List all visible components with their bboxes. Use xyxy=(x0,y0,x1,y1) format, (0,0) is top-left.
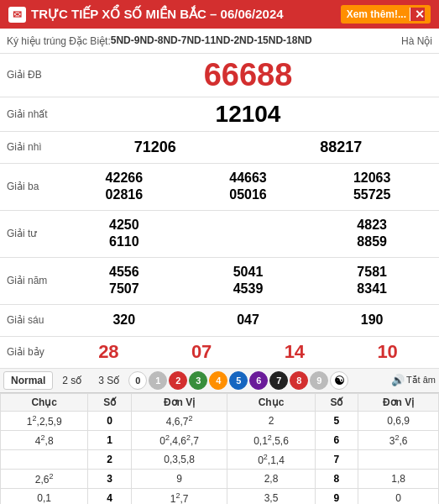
bottom-table: Chục Số Đơn Vị Chục Số Đơn Vị 12,2,5,9 0… xyxy=(0,393,439,504)
tab-3so[interactable]: 3 Số xyxy=(91,371,127,390)
cell-so1: 0 xyxy=(88,411,132,430)
giai-db-values: 66688 xyxy=(57,54,439,97)
cell-donvi1: 12,7 xyxy=(131,488,227,504)
giai-nam-2: 5041 xyxy=(188,265,309,280)
header-left: ✉ TRỰC TIẾP XỔ SỐ MIỀN BẮC – 06/06/2024 xyxy=(8,7,284,23)
cell-donvi2: 1,8 xyxy=(358,469,439,488)
header: ✉ TRỰC TIẾP XỔ SỐ MIỀN BẮC – 06/06/2024 … xyxy=(0,0,439,29)
giai-nam-label: Giải năm xyxy=(0,258,57,304)
table-row: 42,8 1 02,4,62,7 0,12,5,6 6 32,6 xyxy=(1,430,439,449)
giai-nhi-label: Giải nhì xyxy=(0,132,57,163)
tab-circle-7[interactable]: 7 xyxy=(269,371,288,390)
col-donvi2: Đơn Vị xyxy=(358,393,439,411)
cell-so1: 1 xyxy=(88,430,132,449)
tab-circle-4[interactable]: 4 xyxy=(209,371,227,390)
giai-bay-4: 10 xyxy=(342,341,432,363)
giai-ba-4: 02816 xyxy=(64,187,185,202)
giai-sau-values: 320 047 190 xyxy=(57,309,439,331)
tab-circle-1[interactable]: 1 xyxy=(149,371,167,390)
tabs-row: Normal 2 số 3 Số 0 1 2 3 4 5 6 7 8 9 ☯ 🔊… xyxy=(0,369,439,393)
tab-circle-8[interactable]: 8 xyxy=(290,371,308,390)
giai-ba-3: 12063 xyxy=(311,171,432,186)
cell-donvi2 xyxy=(358,449,439,469)
giai-nhi-1: 71206 xyxy=(134,139,176,156)
tab-circle-0[interactable]: 0 xyxy=(128,371,147,390)
cell-chuc2: 3,5 xyxy=(227,488,315,504)
tab-2so[interactable]: 2 số xyxy=(55,371,89,390)
xemthem-label: Xem thêm!... xyxy=(347,8,406,20)
cell-donvi1: 02,4,62,7 xyxy=(131,430,227,449)
col-chuc2: Chục xyxy=(227,393,315,411)
giai-bay-3: 14 xyxy=(250,341,340,363)
xemthem-button[interactable]: Xem thêm!... ✕ xyxy=(341,5,431,24)
header-title: TRỰC TIẾP XỔ SỐ MIỀN BẮC – 06/06/2024 xyxy=(31,7,284,22)
giai-ba-label: Giải ba xyxy=(0,164,57,210)
giai-tu-6: 8859 xyxy=(311,234,432,249)
giai-nhat-values: 12104 xyxy=(57,97,439,131)
giai-sau-3: 190 xyxy=(311,312,432,328)
ky-hieu-value: 5ND-9ND-8ND-7ND-11ND-2ND-15ND-18ND xyxy=(111,34,390,48)
giai-db-label: Giải ĐB xyxy=(0,54,57,97)
cell-donvi2: 0 xyxy=(358,488,439,504)
giai-ba-1: 42266 xyxy=(64,171,185,186)
cell-chuc1: 0,1 xyxy=(1,488,88,504)
cell-chuc2: 2,8 xyxy=(227,469,315,488)
giai-bay-label: Giải bảy xyxy=(0,337,57,368)
tab-circle-9[interactable]: 9 xyxy=(310,371,328,390)
giai-nam-3: 7581 xyxy=(311,265,432,280)
giai-sau-2: 047 xyxy=(188,312,309,328)
cell-chuc1: 12,2,5,9 xyxy=(1,411,88,430)
giai-tu-1: 4250 xyxy=(64,218,185,233)
col-so1: Số xyxy=(88,393,132,411)
giai-ba-6: 55725 xyxy=(311,187,432,202)
giai-nhat-label: Giải nhất xyxy=(0,97,57,131)
cell-so1: 2 xyxy=(88,449,132,469)
tab-yinyang[interactable]: ☯ xyxy=(330,371,348,390)
giai-nhat-row: Giải nhất 12104 xyxy=(0,97,439,132)
tatam-label: Tắt âm xyxy=(406,375,436,386)
giai-tu-3: 4823 xyxy=(311,218,432,233)
giai-nhat-number: 12104 xyxy=(216,101,281,128)
giai-nhi-values: 71206 88217 xyxy=(57,135,439,160)
giai-nam-4: 7507 xyxy=(64,281,185,297)
envelope-icon: ✉ xyxy=(8,7,26,23)
tatam-button[interactable]: 🔊 Tắt âm xyxy=(391,374,436,386)
giai-nam-row: Giải năm 4556 5041 7581 7507 4539 8341 xyxy=(0,258,439,305)
giai-sau-row: Giải sáu 320 047 190 xyxy=(0,305,439,337)
cell-chuc2: 0,12,5,6 xyxy=(227,430,315,449)
giai-bay-row: Giải bảy 28 07 14 10 xyxy=(0,337,439,369)
giai-nhi-row: Giải nhì 71206 88217 xyxy=(0,132,439,164)
giai-tu-row: Giải tư 4250 4823 6110 8859 xyxy=(0,211,439,258)
giai-nam-values: 4556 5041 7581 7507 4539 8341 xyxy=(57,261,439,300)
ky-hieu-row: Ký hiệu trúng Đặc Biệt: 5ND-9ND-8ND-7ND-… xyxy=(0,29,439,54)
giai-ba-row: Giải ba 42266 44663 12063 02816 05016 55… xyxy=(0,164,439,211)
table-row: 2 0,3,5,8 02,1,4 7 xyxy=(1,449,439,469)
giai-bay-2: 07 xyxy=(157,341,247,363)
table-row: 12,2,5,9 0 4,6,72 2 5 0,6,9 xyxy=(1,411,439,430)
col-so2: Số xyxy=(315,393,358,411)
giai-bay-1: 28 xyxy=(64,341,154,363)
giai-nam-6: 8341 xyxy=(311,281,432,297)
close-icon: ✕ xyxy=(410,8,425,21)
giai-nam-1: 4556 xyxy=(64,265,185,280)
cell-so2: 5 xyxy=(315,411,358,430)
cell-chuc1: 2,62 xyxy=(1,469,88,488)
table-row: 2,62 3 9 2,8 8 1,8 xyxy=(1,469,439,488)
cell-so2: 7 xyxy=(315,449,358,469)
cell-donvi2: 0,6,9 xyxy=(358,411,439,430)
tab-circle-5[interactable]: 5 xyxy=(229,371,248,390)
giai-tu-label: Giải tư xyxy=(0,211,57,257)
cell-chuc2: 2 xyxy=(227,411,315,430)
giai-sau-1: 320 xyxy=(64,312,185,328)
cell-donvi1: 0,3,5,8 xyxy=(131,449,227,469)
tab-circle-2[interactable]: 2 xyxy=(169,371,187,390)
tab-circle-3[interactable]: 3 xyxy=(189,371,207,390)
sound-icon: 🔊 xyxy=(391,374,405,386)
tab-circle-6[interactable]: 6 xyxy=(249,371,268,390)
tab-normal[interactable]: Normal xyxy=(3,371,53,390)
giai-tu-values: 4250 4823 6110 8859 xyxy=(57,214,439,253)
cell-so1: 4 xyxy=(88,488,132,504)
col-donvi1: Đơn Vị xyxy=(131,393,227,411)
giai-bay-values: 28 07 14 10 xyxy=(57,338,439,366)
giai-db-number: 66688 xyxy=(204,57,293,93)
